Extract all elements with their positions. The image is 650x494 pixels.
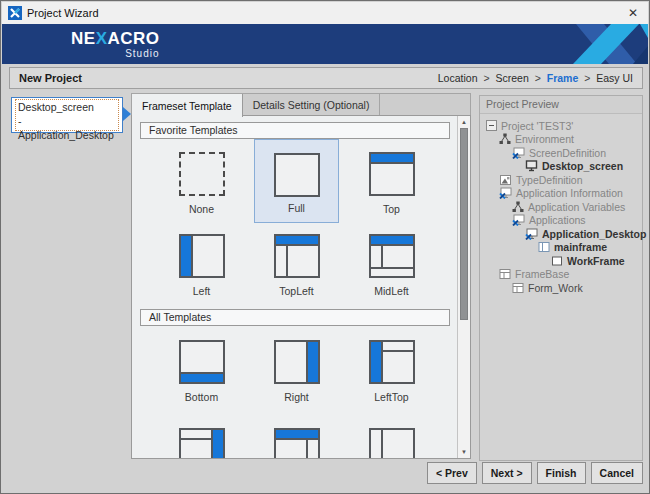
- window-title: Project Wizard: [27, 7, 624, 19]
- template-option-none[interactable]: None: [159, 139, 244, 223]
- brand-subtitle: Studio: [71, 49, 160, 59]
- thumb-group: [276, 246, 318, 276]
- tree-item-label: Application_Desktop: [542, 228, 646, 240]
- template-label: None: [189, 203, 214, 215]
- template-label: Full: [288, 202, 305, 214]
- thumb-bottom: [179, 340, 225, 384]
- next-button[interactable]: Next >: [482, 462, 532, 484]
- thumb-region: [371, 430, 381, 459]
- breadcrumb-separator: >: [483, 72, 489, 84]
- tree-item-label: TypeDefinition: [516, 174, 583, 186]
- brand-banner: NEXACRO Studio: [2, 24, 648, 64]
- thumb-region: [383, 430, 413, 459]
- template-option-partial-2[interactable]: [254, 415, 339, 459]
- tree-item-mainframe[interactable]: mainframe: [485, 241, 642, 255]
- typedef-icon: [499, 174, 512, 186]
- brand-logo: NEXACRO Studio: [71, 30, 160, 59]
- template-option-right[interactable]: Right: [254, 327, 339, 411]
- thumb-region: [181, 440, 211, 459]
- thumb-topleft: [274, 234, 320, 278]
- monitor-icon: [525, 160, 538, 172]
- thumb-group: [383, 342, 413, 382]
- tree-item-label: FrameBase: [515, 268, 569, 280]
- tree-item-label: Applications: [529, 214, 586, 226]
- tree-item-environment[interactable]: Environment: [485, 133, 642, 147]
- template-scrollbar[interactable]: ▲ ▼: [457, 116, 470, 458]
- thumb-region: [371, 164, 413, 194]
- cancel-button[interactable]: Cancel: [591, 462, 643, 484]
- template-option-topleft[interactable]: TopLeft: [254, 222, 339, 302]
- frameset-template-panel: Favorite Templates None Full Top Le: [131, 115, 471, 459]
- scroll-down-icon[interactable]: ▼: [458, 446, 470, 458]
- breadcrumb-step-location[interactable]: Location: [438, 72, 478, 84]
- project-wizard-dialog: Project Wizard ✕ NEXACRO Studio New Proj…: [0, 0, 650, 494]
- template-option-top[interactable]: Top: [349, 139, 434, 223]
- template-option-lefttop[interactable]: LeftTop: [349, 327, 434, 411]
- thumb-region: [288, 246, 318, 276]
- screen-x-icon: [512, 214, 525, 226]
- tree-item-application-desktop[interactable]: Application_Desktop: [485, 227, 642, 241]
- tree-item-label: WorkFrame: [567, 255, 625, 267]
- tree-item-screendefinition[interactable]: ScreenDefinition: [485, 146, 642, 160]
- breadcrumb-separator: >: [535, 72, 541, 84]
- wizard-step-bar: New Project Location > Screen > Frame > …: [9, 67, 643, 89]
- thumb-right: [274, 340, 320, 384]
- tree-item-applications[interactable]: Applications: [485, 214, 642, 228]
- tree-item-label: Form_Work: [528, 282, 583, 294]
- template-option-left[interactable]: Left: [159, 222, 244, 302]
- breadcrumb-step-screen[interactable]: Screen: [495, 72, 528, 84]
- page-title: New Project: [19, 72, 438, 84]
- tree-item-typedefinition[interactable]: TypeDefinition: [485, 173, 642, 187]
- scrollbar-thumb[interactable]: [460, 128, 468, 320]
- template-option-full[interactable]: Full: [254, 139, 339, 223]
- tab-strip-filler: [380, 94, 470, 115]
- thumb-full: [274, 153, 320, 197]
- template-option-midleft[interactable]: MidLeft: [349, 222, 434, 302]
- template-option-bottom[interactable]: Bottom: [159, 327, 244, 411]
- tree-collapse-icon: [486, 120, 497, 131]
- breadcrumb: Location > Screen > Frame > Easy UI: [438, 72, 633, 84]
- finish-button[interactable]: Finish: [537, 462, 586, 484]
- thumb-region: [383, 342, 413, 350]
- thumb-region: [276, 440, 306, 459]
- active-item-arrow-icon: [123, 107, 131, 121]
- thumb-region: [276, 246, 286, 276]
- frame-icon: [538, 241, 550, 253]
- project-preview-header: Project Preview: [480, 96, 642, 114]
- thumb-region: [371, 154, 413, 162]
- thumb-region: [181, 374, 223, 382]
- template-label: Top: [383, 203, 400, 215]
- prev-button[interactable]: < Prev: [427, 462, 477, 484]
- screen-item-text: Desktop_screen - Application_Desktop: [16, 100, 118, 130]
- screen-item-line1: Desktop_screen: [18, 100, 118, 114]
- brand-x-graphic: [548, 24, 648, 64]
- thumb-region: [193, 236, 223, 276]
- tab-details-setting[interactable]: Details Setting (Optional): [243, 94, 381, 116]
- thumb-region: [276, 430, 318, 438]
- tree-item-project[interactable]: Project 'TEST3': [485, 119, 642, 133]
- grid-icon: [512, 282, 524, 294]
- screen-x-icon: [512, 147, 525, 159]
- template-label: MidLeft: [374, 285, 408, 297]
- tree-item-workframe[interactable]: WorkFrame: [485, 254, 642, 268]
- thumb-region: [276, 236, 318, 244]
- template-option-partial-1[interactable]: [159, 415, 244, 459]
- tree-item-form-work[interactable]: Form_Work: [485, 281, 642, 295]
- screen-list-item-desktop[interactable]: Desktop_screen - Application_Desktop: [11, 97, 123, 133]
- breadcrumb-step-easyui[interactable]: Easy UI: [596, 72, 633, 84]
- template-option-partial-3[interactable]: [349, 415, 434, 459]
- tree-item-application-information[interactable]: Application Information: [485, 187, 642, 201]
- tree-item-framebase[interactable]: FrameBase: [485, 268, 642, 282]
- nexacro-app-icon: [8, 6, 22, 20]
- tree-item-application-variables[interactable]: Application Variables: [485, 200, 642, 214]
- thumb-group: [181, 430, 211, 459]
- tree-item-desktop-screen[interactable]: Desktop_screen: [485, 160, 642, 174]
- tree-item-label: ScreenDefinition: [529, 147, 606, 159]
- tab-frameset-template[interactable]: Frameset Template: [132, 94, 243, 117]
- breadcrumb-step-frame[interactable]: Frame: [547, 72, 579, 84]
- scroll-up-icon[interactable]: ▲: [458, 116, 470, 128]
- thumb-region: [371, 269, 413, 276]
- thumb-group: [371, 430, 413, 459]
- thumb-lefttop: [369, 340, 415, 384]
- close-button[interactable]: ✕: [624, 4, 642, 22]
